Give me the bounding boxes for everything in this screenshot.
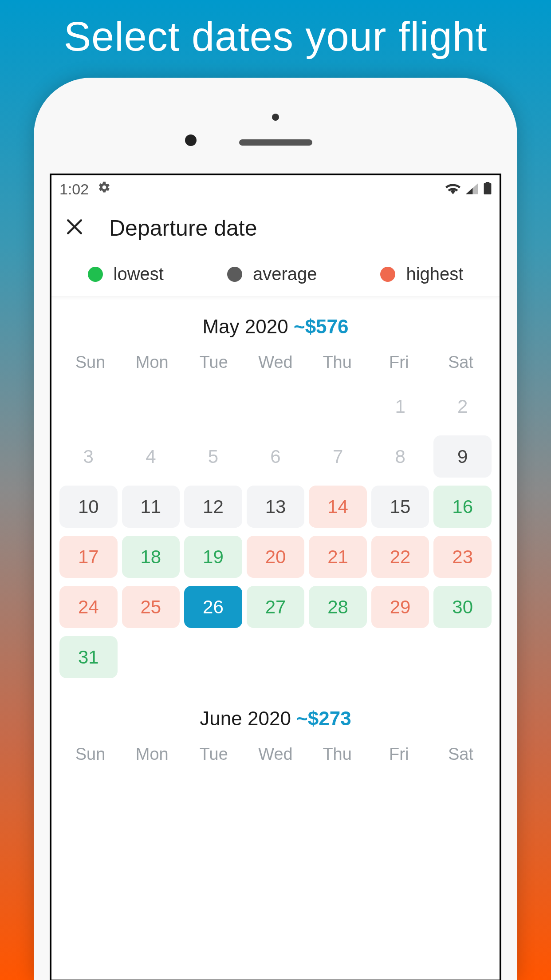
dow-label: Wed [244,745,306,764]
dow-row: SunMonTueWedThuFriSat [59,347,492,382]
day-cell[interactable]: 27 [247,586,305,628]
phone-camera-dot [185,134,197,146]
dow-label: Thu [307,353,368,372]
status-time: 1:02 [59,181,89,198]
day-cell[interactable]: 17 [59,536,118,578]
legend-dot-icon [227,267,242,282]
day-cell[interactable]: 21 [309,536,367,578]
month-name: June 2020 [200,707,291,729]
dow-label: Tue [183,353,244,372]
day-cell: 5 [184,435,242,478]
day-cell[interactable]: 28 [309,586,367,628]
gear-icon [98,181,111,198]
dow-label: Sun [59,745,121,764]
day-cell: 4 [122,435,180,478]
legend-dot-icon [88,267,103,282]
day-cell: 6 [247,435,305,478]
day-cell[interactable]: 24 [59,586,118,628]
day-cell[interactable]: 16 [433,486,492,528]
day-cell: 8 [371,435,429,478]
legend-item-average: average [227,264,317,284]
dow-label: Sat [430,745,492,764]
battery-icon [484,181,492,198]
svg-rect-1 [484,183,492,194]
signal-icon [466,181,478,198]
dow-label: Mon [121,745,183,764]
legend-label: lowest [114,264,164,284]
dow-label: Fri [368,353,430,372]
phone-sensor-dot [272,114,279,121]
status-bar: 1:02 [51,175,500,203]
legend-label: highest [406,264,463,284]
dow-label: Thu [307,745,368,764]
phone-frame: 1:02 Departure date [34,78,517,980]
day-cell[interactable]: 25 [122,586,180,628]
dow-label: Sat [430,353,492,372]
day-cell[interactable]: 30 [433,586,492,628]
promo-title: Select dates your flight [0,0,551,78]
day-cell: 7 [309,435,367,478]
month-title: June 2020 ~$273 [59,702,492,739]
dow-row: SunMonTueWedThuFriSat [59,739,492,774]
day-cell[interactable]: 19 [184,536,242,578]
day-cell: 1 [371,385,429,427]
app-screen: 1:02 Departure date [50,174,501,980]
svg-rect-0 [486,182,489,183]
day-cell[interactable]: 15 [371,486,429,528]
day-cell: 2 [433,385,492,427]
phone-speaker [239,139,312,146]
day-cell: 3 [59,435,118,478]
wifi-icon [445,181,460,198]
day-cell[interactable]: 14 [309,486,367,528]
month-block: May 2020 ~$576SunMonTueWedThuFriSat12345… [51,297,500,689]
month-title: May 2020 ~$576 [59,310,492,347]
day-cell[interactable]: 26 [184,586,242,628]
day-cell[interactable]: 9 [433,435,492,478]
dow-label: Sun [59,353,121,372]
calendar-scroll[interactable]: May 2020 ~$576SunMonTueWedThuFriSat12345… [51,297,500,774]
month-block: June 2020 ~$273SunMonTueWedThuFriSat [51,689,500,774]
dow-label: Tue [183,745,244,764]
price-legend: lowestaveragehighest [51,256,500,297]
day-cell[interactable]: 11 [122,486,180,528]
day-cell[interactable]: 31 [59,636,118,678]
legend-dot-icon [380,267,395,282]
day-cell[interactable]: 12 [184,486,242,528]
day-cell[interactable]: 10 [59,486,118,528]
month-name: May 2020 [202,316,288,337]
day-cell[interactable]: 22 [371,536,429,578]
legend-label: average [253,264,317,284]
legend-item-highest: highest [380,264,463,284]
close-button[interactable] [65,216,84,241]
day-cell[interactable]: 18 [122,536,180,578]
app-header: Departure date [51,203,500,256]
dow-label: Fri [368,745,430,764]
page-title: Departure date [109,215,257,241]
day-cell[interactable]: 20 [247,536,305,578]
day-cell[interactable]: 23 [433,536,492,578]
phone-top [50,94,501,174]
day-cell[interactable]: 29 [371,586,429,628]
calendar-grid: 1234567891011121314151617181920212223242… [59,382,492,689]
day-cell[interactable]: 13 [247,486,305,528]
dow-label: Wed [244,353,306,372]
month-price: ~$273 [296,707,351,729]
legend-item-lowest: lowest [88,264,164,284]
month-price: ~$576 [294,316,349,337]
dow-label: Mon [121,353,183,372]
